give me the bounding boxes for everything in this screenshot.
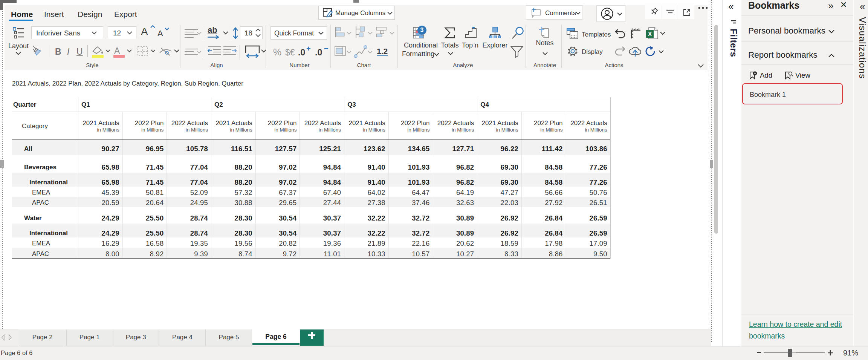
svg-text:X: X — [648, 31, 652, 37]
